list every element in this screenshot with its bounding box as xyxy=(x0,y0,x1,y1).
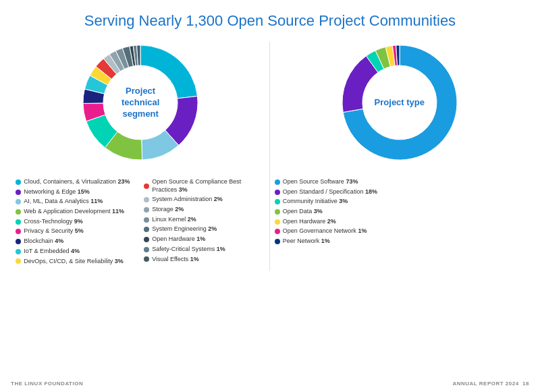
legend-item: Open Hardware 2% xyxy=(275,218,524,226)
legend-text: DevOps, CI/CD, & Site Reliability 3% xyxy=(24,258,124,266)
footer-right: ANNUAL REPORT 2024 18 xyxy=(452,381,529,387)
legend-item: Open Source Software 73% xyxy=(275,178,524,186)
legend-item: Privacy & Security 5% xyxy=(16,227,137,235)
legend-dot xyxy=(275,219,280,225)
legend-text: Open Governance Network 1% xyxy=(283,227,367,235)
legend-dot xyxy=(144,237,149,242)
legend-text: System Engineering 2% xyxy=(152,225,217,233)
footer-left: THE LINUX FOUNDATION xyxy=(11,381,83,387)
legend-text: Open Standard / Specification 18% xyxy=(283,188,377,196)
legend-dot xyxy=(16,229,21,234)
legend-text: Linux Kernel 2% xyxy=(152,216,196,224)
legend-dot xyxy=(144,197,149,202)
legend-text: Open Data 3% xyxy=(283,208,323,216)
legend-text: Web & Application Development 11% xyxy=(24,208,124,216)
chart2-legend: Open Source Software 73%Open Standard / … xyxy=(275,178,524,246)
legend-text: Open Hardware 1% xyxy=(152,235,205,244)
legend-item: Visual Effects 1% xyxy=(144,256,265,264)
legend-item: Networking & Edge 15% xyxy=(16,188,137,196)
chart1-legend-col1: Cloud, Containers, & Virtualization 23%N… xyxy=(16,178,137,265)
legend-dot xyxy=(16,249,21,254)
chart1-legend-col2: Open Source & Compliance Best Practices … xyxy=(144,178,265,265)
legend-text: Community Initiative 3% xyxy=(283,198,348,206)
legend-item: AI, ML, Data & Analytics 11% xyxy=(16,198,137,206)
legend-item: System Administration 2% xyxy=(144,196,265,204)
legend-dot xyxy=(16,199,21,204)
legend-item: Blockchain 4% xyxy=(16,237,137,246)
legend-dot xyxy=(275,239,280,244)
legend-item: Safety-Critical Systems 1% xyxy=(144,246,265,254)
legend-dot xyxy=(144,256,149,262)
legend-text: AI, ML, Data & Analytics 11% xyxy=(24,198,103,206)
chart1-legend: Cloud, Containers, & Virtualization 23%N… xyxy=(16,178,265,265)
legend-text: Cross-Technology 9% xyxy=(24,218,83,226)
footer: THE LINUX FOUNDATION ANNUAL REPORT 2024 … xyxy=(0,381,540,387)
legend-item: Cloud, Containers, & Virtualization 23% xyxy=(16,178,137,186)
legend-dot xyxy=(144,217,149,223)
legend-dot xyxy=(275,229,280,234)
legend-item: Open Governance Network 1% xyxy=(275,227,524,235)
page-title: Serving Nearly 1,300 Open Source Project… xyxy=(0,0,540,35)
chart2-legend-col1: Open Source Software 73%Open Standard / … xyxy=(275,178,524,246)
legend-dot xyxy=(144,227,149,232)
legend-text: Open Source & Compliance Best Practices … xyxy=(152,178,265,194)
legend-dot xyxy=(144,207,149,213)
charts-row: Project technicalsegment Cloud, Containe… xyxy=(0,35,540,271)
chart1-label: Project technicalsegment xyxy=(113,86,167,120)
legend-dot xyxy=(16,239,21,244)
chart1-donut-wrapper: Project technicalsegment xyxy=(73,35,208,170)
legend-dot xyxy=(144,184,149,189)
legend-item: Web & Application Development 11% xyxy=(16,208,137,216)
legend-dot xyxy=(275,199,280,204)
legend-item: System Engineering 2% xyxy=(144,225,265,233)
legend-text: IoT & Embedded 4% xyxy=(24,248,80,256)
legend-dot xyxy=(275,190,280,195)
legend-dot xyxy=(16,258,21,264)
legend-dot xyxy=(16,209,21,215)
legend-dot xyxy=(144,247,149,252)
legend-dot xyxy=(16,190,21,195)
legend-item: Open Standard / Specification 18% xyxy=(275,188,524,196)
legend-item: Storage 2% xyxy=(144,206,265,214)
legend-item: Community Initiative 3% xyxy=(275,198,524,206)
legend-dot xyxy=(275,179,280,185)
legend-text: Visual Effects 1% xyxy=(152,256,199,264)
legend-item: Cross-Technology 9% xyxy=(16,218,137,226)
legend-text: Safety-Critical Systems 1% xyxy=(152,246,225,254)
chart2-container: Project type Open Source Software 73%Ope… xyxy=(275,35,524,246)
legend-item: DevOps, CI/CD, & Site Reliability 3% xyxy=(16,258,137,266)
legend-item: Open Source & Compliance Best Practices … xyxy=(144,178,265,194)
legend-item: Linux Kernel 2% xyxy=(144,216,265,224)
chart1-container: Project technicalsegment Cloud, Containe… xyxy=(16,35,265,265)
legend-dot xyxy=(275,209,280,215)
legend-item: Open Hardware 1% xyxy=(144,235,265,244)
legend-text: Peer Network 1% xyxy=(283,237,330,246)
legend-text: Blockchain 4% xyxy=(24,237,63,246)
legend-dot xyxy=(16,179,21,185)
legend-text: Storage 2% xyxy=(152,206,184,214)
legend-text: Open Hardware 2% xyxy=(283,218,336,226)
legend-text: System Administration 2% xyxy=(152,196,223,204)
legend-text: Privacy & Security 5% xyxy=(24,227,84,235)
legend-item: Open Data 3% xyxy=(275,208,524,216)
chart-divider xyxy=(269,42,270,271)
legend-dot xyxy=(16,219,21,225)
legend-item: Peer Network 1% xyxy=(275,237,524,246)
chart2-donut-wrapper: Project type xyxy=(332,35,467,170)
legend-item: IoT & Embedded 4% xyxy=(16,248,137,256)
chart2-label: Project type xyxy=(373,97,427,109)
legend-text: Networking & Edge 15% xyxy=(24,188,90,196)
legend-text: Cloud, Containers, & Virtualization 23% xyxy=(24,178,130,186)
legend-text: Open Source Software 73% xyxy=(283,178,358,186)
